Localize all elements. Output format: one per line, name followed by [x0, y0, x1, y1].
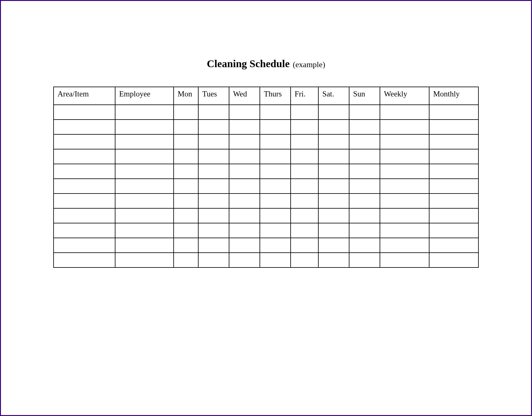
cell: [349, 149, 380, 164]
cell: [229, 120, 260, 134]
cell: [291, 149, 318, 164]
cell: [229, 223, 260, 238]
cell: [380, 164, 429, 179]
schedule-table: Area/Item Employee Mon Tues Wed Thurs Fr…: [53, 87, 479, 268]
cell: [198, 253, 229, 267]
table-row: [54, 238, 478, 253]
cell: [429, 194, 478, 208]
cell: [174, 208, 198, 223]
cell: [260, 208, 291, 223]
cell: [349, 208, 380, 223]
cell: [349, 238, 380, 253]
cell: [318, 134, 349, 149]
cell: [54, 105, 115, 120]
cell: [54, 149, 115, 164]
cell: [260, 105, 291, 120]
cell: [318, 149, 349, 164]
cell: [429, 164, 478, 179]
header-monthly: Monthly: [429, 87, 478, 105]
cell: [318, 105, 349, 120]
cell: [198, 179, 229, 194]
cell: [198, 164, 229, 179]
table-row: [54, 253, 478, 267]
cell: [380, 179, 429, 194]
page-subtitle: (example): [293, 60, 325, 69]
cell: [349, 253, 380, 267]
cell: [174, 149, 198, 164]
cell: [174, 179, 198, 194]
cell: [429, 208, 478, 223]
cell: [174, 164, 198, 179]
cell: [291, 238, 318, 253]
cell: [260, 223, 291, 238]
cell: [54, 164, 115, 179]
cell: [291, 105, 318, 120]
table-row: [54, 208, 478, 223]
cell: [174, 134, 198, 149]
cell: [229, 179, 260, 194]
table-row: [54, 223, 478, 238]
cell: [115, 238, 174, 253]
cell: [198, 105, 229, 120]
table-header-row: Area/Item Employee Mon Tues Wed Thurs Fr…: [54, 87, 478, 105]
document-page: Cleaning Schedule (example) Area/Item Em…: [0, 0, 532, 416]
cell: [291, 134, 318, 149]
cell: [115, 134, 174, 149]
cell: [115, 164, 174, 179]
cell: [229, 238, 260, 253]
header-fri: Fri.: [291, 87, 318, 105]
header-area: Area/Item: [54, 87, 115, 105]
cell: [318, 223, 349, 238]
cell: [291, 194, 318, 208]
page-title: Cleaning Schedule: [207, 58, 290, 69]
cell: [429, 238, 478, 253]
cell: [115, 120, 174, 134]
cell: [318, 120, 349, 134]
cell: [349, 120, 380, 134]
cell: [349, 179, 380, 194]
cell: [260, 149, 291, 164]
cell: [260, 253, 291, 267]
table-row: [54, 179, 478, 194]
cell: [260, 164, 291, 179]
cell: [229, 164, 260, 179]
cell: [54, 179, 115, 194]
cell: [291, 120, 318, 134]
header-sat: Sat.: [318, 87, 349, 105]
cell: [115, 223, 174, 238]
cell: [54, 223, 115, 238]
cell: [380, 223, 429, 238]
cell: [349, 194, 380, 208]
cell: [174, 253, 198, 267]
header-tues: Tues: [198, 87, 229, 105]
cell: [229, 208, 260, 223]
cell: [349, 223, 380, 238]
table-row: [54, 134, 478, 149]
table-row: [54, 194, 478, 208]
cell: [291, 223, 318, 238]
cell: [115, 179, 174, 194]
cell: [429, 134, 478, 149]
cell: [349, 105, 380, 120]
cell: [54, 238, 115, 253]
cell: [318, 208, 349, 223]
cell: [198, 238, 229, 253]
cell: [380, 105, 429, 120]
cell: [54, 134, 115, 149]
cell: [380, 238, 429, 253]
cell: [260, 134, 291, 149]
header-employee: Employee: [115, 87, 174, 105]
cell: [115, 105, 174, 120]
title-block: Cleaning Schedule (example): [1, 58, 531, 70]
cell: [260, 179, 291, 194]
cell: [291, 164, 318, 179]
cell: [291, 208, 318, 223]
cell: [380, 120, 429, 134]
cell: [260, 194, 291, 208]
cell: [429, 149, 478, 164]
cell: [229, 194, 260, 208]
cell: [198, 149, 229, 164]
cell: [54, 120, 115, 134]
cell: [229, 134, 260, 149]
cell: [174, 238, 198, 253]
